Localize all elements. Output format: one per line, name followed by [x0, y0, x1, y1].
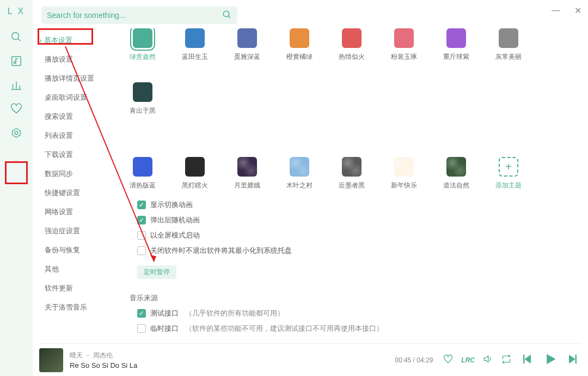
theme-item[interactable]: 热情似火	[339, 28, 365, 62]
svg-point-12	[223, 11, 229, 17]
svg-line-13	[228, 16, 230, 18]
settings-nav-item[interactable]: 基本设置	[38, 31, 117, 50]
theme-label: 橙黄橘绿	[286, 52, 313, 62]
checkbox-icon	[137, 309, 146, 318]
settings-nav-item[interactable]: 备份与恢复	[38, 240, 117, 259]
theme-label: 清热版蓝	[130, 181, 156, 190]
theme-swatch	[446, 157, 466, 177]
time-elapsed: 00:45	[395, 356, 411, 364]
timer-pause-button[interactable]: 定时暂停	[137, 265, 176, 279]
source-row[interactable]: 临时接口（软件的某些功能不可用，建议测试接口不可用再使用本接口）	[137, 324, 573, 333]
track-info: 晴天 - 周杰伦 Re So So Si Do Si La	[70, 351, 385, 369]
checkbox-icon	[137, 231, 146, 240]
settings-nav-item[interactable]: 快捷键设置	[38, 183, 117, 202]
checkbox-row[interactable]: 以全屏模式启动	[137, 231, 573, 240]
source-list: 测试接口（几乎软件的所有功能都可用）临时接口（软件的某些功能不可用，建议测试接口…	[137, 308, 573, 333]
lrc-icon[interactable]: LRC	[461, 356, 475, 364]
prev-icon[interactable]	[519, 351, 535, 368]
theme-item[interactable]: 木叶之村	[286, 157, 313, 190]
settings-nav-item[interactable]: 关于洛雪音乐	[38, 298, 117, 317]
track-title: 晴天	[70, 351, 83, 359]
settings-nav-item[interactable]: 桌面歌词设置	[38, 88, 117, 107]
theme-swatch	[394, 28, 414, 48]
album-art[interactable]	[39, 348, 63, 372]
theme-item[interactable]: 青出于黑	[130, 82, 156, 116]
theme-label: 月里嫦娥	[234, 181, 260, 190]
theme-item[interactable]: 近墨者黑	[339, 157, 365, 190]
settings-nav-item[interactable]: 数据同步	[38, 164, 117, 183]
settings-nav-item[interactable]: 强迫症设置	[38, 221, 117, 240]
svg-marker-8	[13, 129, 21, 138]
settings-nav-item[interactable]: 播放详情页设置	[38, 69, 117, 88]
theme-item[interactable]: 橙黄橘绿	[286, 28, 313, 62]
add-theme-button[interactable]: +添加主题	[495, 157, 522, 190]
theme-swatch	[394, 157, 414, 177]
volume-icon[interactable]	[482, 354, 493, 366]
settings-nav-item[interactable]: 网络设置	[38, 202, 117, 221]
title-sep: -	[87, 351, 89, 359]
search-input[interactable]	[47, 11, 222, 20]
theme-item[interactable]: 蓝田生玉	[182, 28, 208, 62]
svg-point-0	[12, 33, 19, 40]
theme-swatch	[185, 157, 205, 177]
theme-item[interactable]: 道法自然	[443, 157, 469, 190]
settings-nav-item[interactable]: 搜索设置	[38, 107, 117, 126]
search-input-wrap[interactable]	[41, 7, 237, 24]
search-bar	[41, 7, 550, 24]
checkbox-icon	[137, 246, 146, 255]
chart-nav-icon[interactable]	[10, 78, 23, 92]
theme-swatch	[185, 28, 205, 48]
theme-swatch	[499, 28, 518, 48]
checkbox-row[interactable]: 显示切换动画	[137, 200, 573, 210]
theme-item[interactable]: 清热版蓝	[130, 157, 156, 190]
theme-item[interactable]: 新年快乐	[391, 157, 417, 190]
settings-nav-item[interactable]: 软件更新	[38, 278, 117, 298]
source-hint: （软件的某些功能不可用，建议测试接口不可用再使用本接口）	[185, 324, 383, 333]
theme-label: 蓝田生玉	[182, 52, 208, 62]
settings-nav-item[interactable]: 其他	[38, 259, 117, 278]
theme-swatch	[290, 157, 309, 177]
settings-nav-item[interactable]: 播放设置	[38, 50, 117, 69]
theme-item[interactable]: 灰常美丽	[495, 28, 522, 62]
settings-nav-icon[interactable]	[10, 126, 23, 140]
svg-rect-2	[12, 57, 21, 66]
theme-item[interactable]: 重斤球紫	[443, 28, 469, 62]
min-button[interactable]: —	[552, 5, 560, 16]
player-bar: 晴天 - 周杰伦 Re So So Si Do Si La 00:45 / 04…	[39, 343, 580, 374]
theme-label: 木叶之村	[286, 181, 313, 190]
checkbox-row[interactable]: 关闭软件时不退出软件将其最小化到系统托盘	[137, 246, 573, 256]
svg-line-1	[18, 39, 21, 41]
search-nav-icon[interactable]	[10, 31, 23, 44]
theme-label: 道法自然	[443, 181, 469, 190]
settings-nav-item[interactable]: 列表设置	[38, 126, 117, 145]
source-row[interactable]: 测试接口（几乎软件的所有功能都可用）	[137, 308, 573, 318]
track-subtitle: Re So So Si Do Si La	[70, 361, 385, 369]
heart-nav-icon[interactable]	[10, 102, 23, 116]
theme-item[interactable]: 粉装玉琢	[391, 28, 417, 62]
theme-swatch	[237, 28, 257, 48]
theme-swatch	[133, 82, 152, 102]
music-nav-icon[interactable]	[10, 54, 23, 68]
track-artist: 周杰伦	[93, 351, 113, 359]
settings-nav-item[interactable]: 下载设置	[38, 145, 117, 164]
checkbox-label: 关闭软件时不退出软件将其最小化到系统托盘	[150, 246, 292, 256]
close-button[interactable]: ✕	[574, 5, 581, 16]
settings-panel: 绿意盎然蓝田生玉蛋雅深蓝橙黄橘绿热情似火粉装玉琢重斤球紫灰常美丽青出于黑清热版蓝…	[130, 28, 573, 341]
theme-item[interactable]: 绿意盎然	[130, 28, 156, 62]
theme-item[interactable]: 月里嫦娥	[234, 157, 260, 190]
search-icon[interactable]	[222, 10, 232, 21]
checkbox-row[interactable]: 弹出层随机动画	[137, 215, 573, 225]
theme-label: 灰常美丽	[495, 52, 522, 62]
theme-swatch	[342, 157, 362, 177]
theme-item[interactable]: 黑灯瞎火	[182, 157, 208, 190]
like-icon[interactable]	[443, 354, 454, 366]
theme-label: 新年快乐	[391, 181, 417, 190]
play-icon[interactable]	[542, 351, 558, 368]
theme-swatch	[342, 28, 362, 48]
theme-label: 青出于黑	[130, 106, 156, 116]
theme-item[interactable]: 蛋雅深蓝	[234, 28, 260, 62]
display-checkboxes: 显示切换动画弹出层随机动画以全屏模式启动关闭软件时不退出软件将其最小化到系统托盘	[137, 200, 573, 256]
checkbox-icon	[137, 324, 146, 333]
next-icon[interactable]	[565, 351, 580, 368]
repeat-icon[interactable]	[501, 354, 512, 366]
